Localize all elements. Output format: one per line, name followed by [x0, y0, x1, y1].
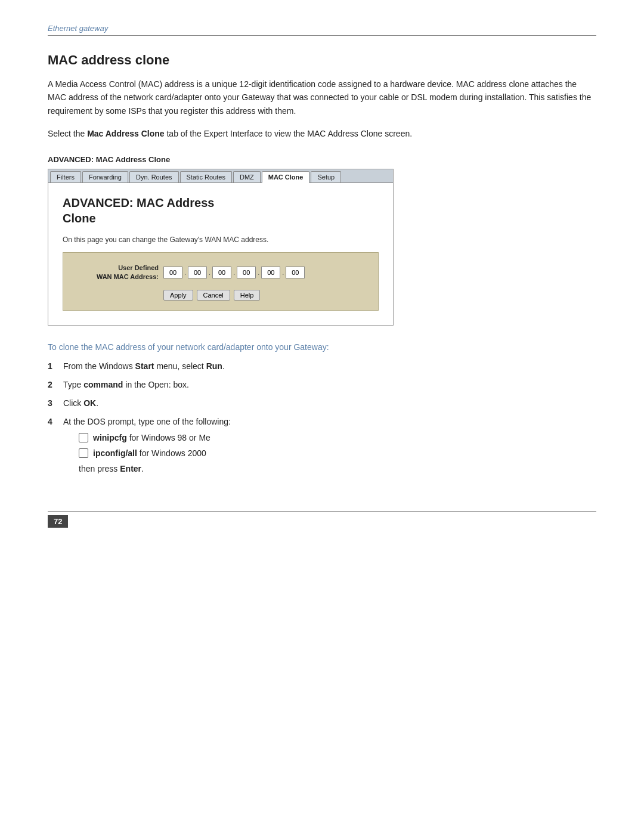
screenshot-ui: Filters Forwarding Dyn. Routes Static Ro… — [48, 169, 394, 326]
tab-dmz[interactable]: DMZ — [233, 171, 261, 182]
footer-rule — [48, 511, 596, 512]
step-4: 4 At the DOS prompt, type one of the fol… — [48, 416, 596, 475]
step-3: 3 Click OK. — [48, 397, 596, 410]
mac-inputs: . . . . . — [163, 267, 305, 278]
screenshot-body: ADVANCED: MAC Address Clone On this page… — [48, 183, 393, 326]
mac-sep-3: . — [233, 269, 236, 276]
tab-bar: Filters Forwarding Dyn. Routes Static Ro… — [48, 169, 393, 183]
mac-field-3[interactable] — [212, 267, 231, 278]
mac-field-2[interactable] — [188, 267, 207, 278]
step-1: 1 From the Windows Start menu, select Ru… — [48, 360, 596, 373]
page-number: 72 — [48, 515, 68, 528]
page-title: MAC address clone — [48, 52, 596, 68]
clone-link: To clone the MAC address of your network… — [48, 342, 596, 352]
mac-field-4[interactable] — [237, 267, 256, 278]
form-area: User Defined WAN MAC Address: . . . . . — [63, 252, 379, 311]
tab-forwarding[interactable]: Forwarding — [82, 171, 128, 182]
sub-bullet-1 — [79, 433, 88, 442]
intro-text: A Media Access Control (MAC) address is … — [48, 78, 596, 117]
mac-sep-2: . — [208, 269, 211, 276]
tab-dyn-routes[interactable]: Dyn. Routes — [129, 171, 179, 182]
help-button[interactable]: Help — [234, 290, 261, 301]
adv-title: ADVANCED: MAC Address Clone — [63, 195, 379, 226]
steps-list: 1 From the Windows Start menu, select Ru… — [48, 360, 596, 475]
sub-item-1: winipcfg for Windows 98 or Me — [79, 432, 231, 444]
cancel-button[interactable]: Cancel — [197, 290, 230, 301]
mac-sep-5: . — [281, 269, 284, 276]
mac-field-5[interactable] — [261, 267, 280, 278]
tab-static-routes[interactable]: Static Routes — [180, 171, 232, 182]
mac-sep-1: . — [184, 269, 187, 276]
mac-sep-4: . — [257, 269, 260, 276]
mac-label: User Defined WAN MAC Address: — [75, 264, 159, 282]
sub-bullet-2 — [79, 448, 88, 458]
mac-field-1[interactable] — [163, 267, 182, 278]
sub-item-2: ipconfig/all for Windows 2000 — [79, 447, 231, 460]
btn-row: Apply Cancel Help — [163, 290, 366, 301]
apply-button[interactable]: Apply — [163, 290, 193, 301]
header-label: Ethernet gateway — [48, 24, 596, 33]
tab-filters[interactable]: Filters — [50, 171, 81, 182]
screenshot-label: ADVANCED: MAC Address Clone — [48, 155, 596, 164]
sub-list: winipcfg for Windows 98 or Me ipconfig/a… — [79, 432, 231, 460]
mac-row: User Defined WAN MAC Address: . . . . . — [75, 264, 366, 282]
select-text: Select the Mac Address Clone tab of the … — [48, 127, 596, 140]
step-2: 2 Type command in the Open: box. — [48, 379, 596, 391]
header-rule — [48, 35, 596, 36]
adv-desc: On this page you can change the Gateway'… — [63, 236, 379, 244]
mac-field-6[interactable] — [286, 267, 305, 278]
tab-setup[interactable]: Setup — [311, 171, 341, 182]
then-press: then press Enter. — [79, 463, 231, 475]
tab-mac-clone[interactable]: MAC Clone — [262, 171, 310, 183]
